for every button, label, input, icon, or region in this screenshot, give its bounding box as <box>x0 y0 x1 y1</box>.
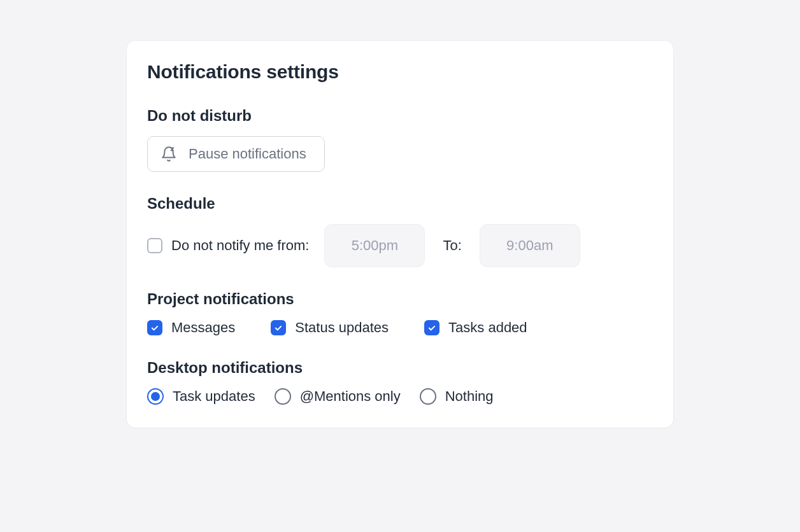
status-updates-checkbox[interactable] <box>271 320 286 335</box>
mentions-only-label: @Mentions only <box>300 388 401 405</box>
pause-notifications-label: Pause notifications <box>189 146 306 162</box>
messages-label: Messages <box>171 319 235 336</box>
schedule-to-label: To: <box>443 237 461 254</box>
schedule-section: Schedule Do not notify me from: 5:00pm T… <box>147 195 653 267</box>
project-notifications-section: Project notifications Messages Status up… <box>147 290 653 336</box>
page-title: Notifications settings <box>147 61 653 83</box>
check-icon <box>273 323 283 333</box>
bell-snooze-icon <box>161 146 177 162</box>
do-not-disturb-section: Do not disturb Pause notifications <box>147 107 653 172</box>
nothing-label: Nothing <box>445 388 494 405</box>
schedule-heading: Schedule <box>147 195 653 213</box>
desktop-heading: Desktop notifications <box>147 359 653 377</box>
schedule-from-time-input[interactable]: 5:00pm <box>324 224 425 267</box>
pause-notifications-button[interactable]: Pause notifications <box>147 136 325 172</box>
task-updates-radio[interactable] <box>147 388 164 405</box>
mentions-only-radio[interactable] <box>275 388 291 405</box>
project-heading: Project notifications <box>147 290 653 308</box>
nothing-radio[interactable] <box>420 388 436 405</box>
desktop-notifications-section: Desktop notifications Task updates @Ment… <box>147 359 653 405</box>
tasks-added-label: Tasks added <box>448 319 527 336</box>
task-updates-label: Task updates <box>173 388 255 405</box>
tasks-added-checkbox[interactable] <box>424 320 439 335</box>
check-icon <box>150 323 160 333</box>
status-updates-label: Status updates <box>295 319 389 336</box>
schedule-to-time-input[interactable]: 9:00am <box>480 224 580 267</box>
check-icon <box>427 323 437 333</box>
dnd-heading: Do not disturb <box>147 107 653 125</box>
notifications-settings-card: Notifications settings Do not disturb Pa… <box>127 41 673 428</box>
schedule-checkbox[interactable] <box>147 238 162 253</box>
schedule-checkbox-label: Do not notify me from: <box>171 237 309 254</box>
messages-checkbox[interactable] <box>147 320 162 335</box>
